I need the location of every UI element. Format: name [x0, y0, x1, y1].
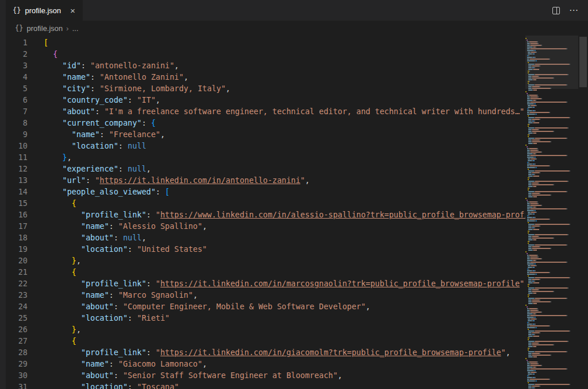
minimap-token	[535, 324, 536, 325]
minimap-token	[527, 103, 534, 104]
code-line[interactable]: 10 "location": null	[6, 140, 588, 151]
line-number[interactable]: 30	[6, 369, 28, 381]
minimap-token	[541, 151, 542, 153]
line-number[interactable]: 7	[6, 106, 28, 117]
code-line[interactable]: 4 "name": "Antonello Zanini",	[6, 71, 588, 83]
line-number[interactable]: 24	[6, 301, 28, 312]
code-line[interactable]: 26 },	[6, 324, 588, 335]
minimap-token	[549, 112, 550, 113]
line-number[interactable]: 11	[6, 151, 28, 163]
token	[44, 130, 72, 139]
code-text: "url": "https://it.linkedin.com/in/anton…	[28, 174, 310, 186]
minimap[interactable]	[525, 36, 578, 389]
breadcrumb-item-file[interactable]: profile.json	[26, 24, 63, 33]
code-line[interactable]: 19 "location": "United States"	[6, 243, 588, 255]
line-number[interactable]: 14	[6, 186, 28, 197]
code-line[interactable]: 27 {	[6, 335, 588, 347]
minimap-slider[interactable]	[525, 36, 578, 89]
minimap-token	[536, 224, 568, 225]
more-actions-icon[interactable]: ⋯	[569, 6, 579, 15]
minimap-token	[529, 308, 536, 309]
line-number[interactable]: 2	[6, 48, 28, 60]
minimap-token	[531, 318, 535, 320]
minimap-token	[537, 363, 539, 364]
line-number[interactable]: 17	[6, 220, 28, 232]
code-line[interactable]: 25 "location": "Rieti"	[6, 312, 588, 324]
line-number[interactable]: 4	[6, 71, 28, 83]
code-line[interactable]: 8 "current_company": {	[6, 117, 588, 129]
code-line[interactable]: 13 "url": "https://it.linkedin.com/in/an…	[6, 174, 588, 186]
tab-profile-json[interactable]: {} profile.json ×	[6, 0, 83, 21]
code-line[interactable]: 15 {	[6, 197, 588, 209]
minimap-token	[531, 262, 566, 263]
minimap-token	[527, 157, 534, 158]
code-line[interactable]: 28 "profile_link": "https://it.linkedin.…	[6, 347, 588, 358]
line-number[interactable]: 9	[6, 129, 28, 140]
code-line[interactable]: 29 "name": "Giacomo Lamonaco",	[6, 358, 588, 369]
editor[interactable]: 1[2 {3 "id": "antonello-zanini",4 "name"…	[6, 36, 588, 389]
line-number[interactable]: 28	[6, 347, 28, 358]
line-number[interactable]: 1	[6, 37, 28, 48]
line-number[interactable]: 13	[6, 174, 28, 186]
minimap-token	[528, 239, 532, 240]
code-line[interactable]: 31 "location": "Toscana"	[6, 381, 588, 389]
line-number[interactable]: 27	[6, 335, 28, 347]
line-number[interactable]: 6	[6, 94, 28, 106]
line-number[interactable]: 31	[6, 381, 28, 389]
minimap-token	[527, 207, 533, 208]
code-line[interactable]: 2 {	[6, 48, 588, 60]
code-line[interactable]: 6 "country_code": "IT",	[6, 94, 588, 106]
code-text: "city": "Sirmione, Lombardy, Italy",	[28, 83, 230, 94]
minimap-token	[527, 253, 528, 254]
code-line[interactable]: 11 },	[6, 151, 588, 163]
line-number[interactable]: 8	[6, 117, 28, 129]
code-line[interactable]: 3 "id": "antonello-zanini",	[6, 60, 588, 71]
line-number[interactable]: 3	[6, 60, 28, 71]
token: "	[156, 210, 160, 219]
code-line[interactable]: 22 "profile_link": "https://it.linkedin.…	[6, 278, 588, 289]
line-number[interactable]: 20	[6, 255, 28, 266]
close-icon[interactable]: ×	[68, 6, 77, 15]
minimap-token	[535, 157, 536, 158]
code-line[interactable]: 7 "about": "I'm a freelance software eng…	[6, 106, 588, 117]
code-line[interactable]: 1[	[6, 37, 588, 48]
code-line[interactable]: 24 "about": "Computer Engineer, Mobile &…	[6, 301, 588, 312]
minimap-token	[532, 353, 539, 354]
minimap-token	[527, 274, 535, 275]
minimap-token	[539, 119, 540, 120]
line-number[interactable]: 12	[6, 163, 28, 174]
minimap-token	[528, 169, 529, 170]
code-line[interactable]: 9 "name": "Freelance",	[6, 129, 588, 140]
line-number[interactable]: 23	[6, 289, 28, 301]
code-line[interactable]: 5 "city": "Sirmione, Lombardy, Italy",	[6, 83, 588, 94]
code-line[interactable]: 30 "about": "Senior Staff Software Engin…	[6, 369, 588, 381]
line-number[interactable]: 15	[6, 197, 28, 209]
line-number[interactable]: 22	[6, 278, 28, 289]
code-line[interactable]: 12 "experience": null,	[6, 163, 588, 174]
code-line[interactable]: 17 "name": "Alessio Spallino",	[6, 220, 588, 232]
scrollbar[interactable]	[578, 36, 588, 389]
code-line[interactable]: 16 "profile_link": "https://www.linkedin…	[6, 209, 588, 220]
code-line[interactable]: 23 "name": "Marco Sgnaolin",	[6, 289, 588, 301]
line-number[interactable]: 21	[6, 266, 28, 278]
line-number[interactable]: 25	[6, 312, 28, 324]
line-number[interactable]: 29	[6, 358, 28, 369]
tabbar-actions: ⋯	[552, 0, 588, 21]
line-number[interactable]: 18	[6, 232, 28, 243]
minimap-token	[529, 134, 530, 135]
breadcrumb-item-symbol[interactable]: ...	[72, 24, 79, 33]
line-number[interactable]: 26	[6, 324, 28, 335]
line-number[interactable]: 5	[6, 83, 28, 94]
code-line[interactable]: 14 "people_also_viewed": [	[6, 186, 588, 197]
minimap-token	[549, 165, 550, 166]
json-file-icon: {}	[13, 6, 21, 14]
split-editor-icon[interactable]	[552, 7, 560, 14]
line-number[interactable]: 10	[6, 140, 28, 151]
code-line[interactable]: 18 "about": null,	[6, 232, 588, 243]
line-number[interactable]: 16	[6, 209, 28, 220]
scrollbar-thumb[interactable]	[579, 37, 587, 87]
line-number[interactable]: 19	[6, 243, 28, 255]
token	[44, 118, 63, 127]
code-line[interactable]: 21 {	[6, 266, 588, 278]
code-line[interactable]: 20 },	[6, 255, 588, 266]
